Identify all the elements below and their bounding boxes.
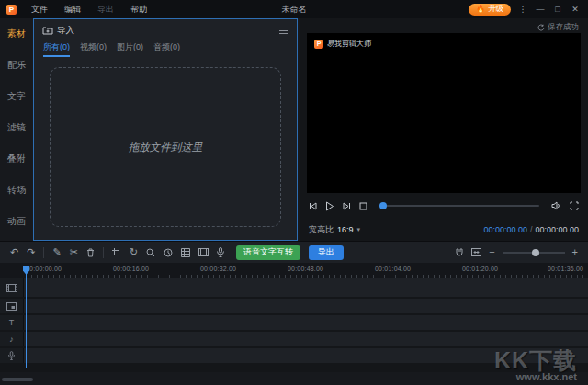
sidebar-item-overlay[interactable]: 叠附 [0, 143, 33, 175]
play-button[interactable] [325, 201, 334, 211]
titlebar: P 文件 编辑 导出 帮助 未命名 🔥 升级 ⋮ — □ ✕ [0, 0, 588, 18]
list-view-icon[interactable] [278, 27, 288, 35]
tab-video[interactable]: 视频(0) [80, 41, 107, 55]
voiceover-track-icon[interactable] [0, 348, 24, 363]
time-current: 00:00:00.00 [483, 225, 527, 234]
sidebar-item-transition[interactable]: 转场 [0, 175, 33, 206]
ruler-label: 00:00:32.00 [200, 266, 236, 272]
track-row-pip [0, 299, 588, 313]
speech-text-button[interactable]: 语音文字互转 [236, 245, 300, 260]
track-row-text: T [0, 315, 588, 330]
scrollbar-thumb[interactable] [2, 378, 33, 381]
playhead[interactable] [26, 266, 27, 368]
crop-icon[interactable] [112, 248, 121, 257]
seek-slider[interactable] [379, 205, 539, 207]
horizontal-scrollbar[interactable] [0, 377, 588, 382]
media-dropzone[interactable]: 拖放文件到这里 [50, 67, 281, 227]
media-header: 导入 [34, 19, 297, 41]
pip-track-icon[interactable] [0, 299, 24, 313]
aspect-value: 16:9 [337, 225, 354, 234]
aspect-ratio-dropdown[interactable]: 宽高比 16:9 ▾ [309, 224, 360, 236]
track-row-music: ♪ [0, 332, 588, 346]
import-button[interactable]: 导入 [42, 25, 74, 37]
media-tabs: 所有(0) 视频(0) 图片(0) 音频(0) [34, 41, 297, 56]
sidebar-item-text[interactable]: 文字 [0, 81, 33, 112]
seek-handle[interactable] [379, 202, 387, 209]
speech-text-label: 语音文字互转 [243, 246, 293, 258]
zoom-slider[interactable] [503, 252, 565, 254]
maximize-button[interactable]: □ [552, 0, 563, 18]
music-track-lane[interactable] [24, 332, 588, 346]
ruler-label: 00:00:16.00 [113, 266, 149, 272]
fullscreen-icon[interactable] [570, 201, 579, 210]
toolbar-divider [43, 247, 44, 258]
dropzone-hint: 拖放文件到这里 [129, 141, 203, 154]
edit-pen-icon[interactable]: ✎ [52, 247, 61, 257]
timecode: 00:00:00.00/00:00:00.00 [483, 225, 579, 234]
media-panel: 导入 所有(0) 视频(0) 图片(0) 音频(0) 拖放文件到这里 [33, 18, 298, 241]
text-track-icon[interactable]: T [0, 315, 24, 330]
step-forward-button[interactable] [343, 202, 351, 210]
zoom-in-button[interactable]: + [572, 247, 578, 257]
ruler-label: 00:01:36.00 [548, 266, 583, 272]
video-track-lane[interactable] [24, 278, 588, 297]
menu-file[interactable]: 文件 [23, 0, 56, 18]
preview-panel: 保存成功 P 易我剪辑大师 [300, 18, 588, 241]
undo-icon[interactable]: ↶ [10, 247, 18, 257]
stop-button[interactable] [359, 202, 368, 210]
export-label: 导出 [318, 246, 334, 258]
sidebar-item-filter[interactable]: 滤镜 [0, 112, 33, 143]
import-folder-icon [42, 26, 53, 35]
close-button[interactable]: ✕ [570, 0, 581, 18]
mosaic-icon[interactable] [181, 248, 190, 257]
pip-track-lane[interactable] [24, 299, 588, 313]
video-track-icon[interactable] [0, 278, 24, 297]
upgrade-label: 升级 [488, 4, 503, 15]
menu-help[interactable]: 帮助 [122, 0, 155, 18]
save-status: 保存成功 [537, 22, 579, 33]
zoom-out-button[interactable]: − [489, 247, 494, 257]
music-track-icon[interactable]: ♪ [0, 332, 24, 346]
more-menu-icon[interactable]: ⋮ [517, 0, 528, 18]
sidebar-item-music[interactable]: 配乐 [0, 50, 33, 81]
split-scissors-icon[interactable]: ✂ [70, 247, 78, 257]
redo-icon[interactable]: ↷ [27, 247, 35, 257]
delete-trash-icon[interactable] [86, 248, 95, 257]
upgrade-button[interactable]: 🔥 升级 [469, 4, 511, 16]
zoom-slider-handle[interactable] [532, 249, 539, 256]
export-button[interactable]: 导出 [309, 245, 344, 260]
video-preview: P 易我剪辑大师 [307, 33, 581, 193]
minimize-button[interactable]: — [535, 0, 546, 18]
track-row-voiceover [0, 348, 588, 363]
timeline-tracks: T ♪ [0, 278, 588, 372]
microphone-icon[interactable] [217, 247, 224, 257]
sidebar-item-media[interactable]: 素材 [0, 18, 33, 50]
brand-name: 易我剪辑大师 [327, 39, 371, 49]
brand-watermark: P 易我剪辑大师 [314, 39, 371, 49]
chevron-down-icon: ▾ [357, 226, 361, 233]
volume-icon[interactable] [551, 201, 561, 210]
freeze-frame-icon[interactable] [198, 248, 209, 256]
tab-audio[interactable]: 音频(0) [153, 41, 180, 55]
voiceover-track-lane[interactable] [24, 348, 588, 363]
sidebar-item-animation[interactable]: 动画 [0, 206, 33, 237]
rotate-icon[interactable]: ↻ [130, 247, 138, 257]
time-total: 00:00:00.00 [535, 225, 579, 234]
app-logo-icon: P [6, 5, 17, 15]
text-track-lane[interactable] [24, 315, 588, 330]
fit-timeline-icon[interactable] [471, 248, 481, 256]
magnet-snap-icon[interactable] [455, 248, 464, 257]
tab-all[interactable]: 所有(0) [43, 41, 70, 57]
timeline-ruler[interactable]: 00:00:00.00 00:00:16.00 00:00:32.00 00:0… [0, 263, 588, 278]
playback-controls [309, 198, 579, 213]
brand-logo-icon: P [314, 40, 323, 49]
zoom-tool-icon[interactable] [146, 248, 155, 257]
step-back-button[interactable] [309, 202, 317, 210]
menu-edit[interactable]: 编辑 [56, 0, 89, 18]
ruler-label: 00:00:48.00 [288, 266, 323, 272]
app-window: P 文件 编辑 导出 帮助 未命名 🔥 升级 ⋮ — □ ✕ 素材 配乐 文字 … [0, 0, 588, 385]
tab-image[interactable]: 图片(0) [117, 41, 143, 55]
save-refresh-icon [537, 24, 545, 31]
duration-clock-icon[interactable] [164, 248, 173, 257]
menu-export[interactable]: 导出 [89, 0, 122, 18]
